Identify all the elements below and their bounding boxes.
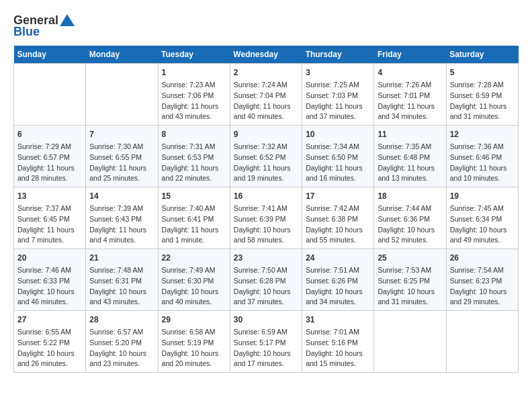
calendar-cell: 5Sunrise: 7:28 AMSunset: 6:59 PMDaylight… bbox=[446, 64, 518, 126]
day-number: 28 bbox=[89, 314, 154, 326]
day-info: Sunrise: 7:35 AMSunset: 6:48 PMDaylight:… bbox=[378, 142, 442, 184]
calendar-cell: 20Sunrise: 7:46 AMSunset: 6:33 PMDayligh… bbox=[14, 249, 86, 311]
day-number: 3 bbox=[306, 66, 370, 79]
calendar-cell: 2Sunrise: 7:24 AMSunset: 7:04 PMDaylight… bbox=[230, 64, 302, 126]
day-info: Sunrise: 7:37 AMSunset: 6:45 PMDaylight:… bbox=[17, 203, 82, 246]
calendar-week-4: 20Sunrise: 7:46 AMSunset: 6:33 PMDayligh… bbox=[14, 249, 519, 311]
calendar-cell: 13Sunrise: 7:37 AMSunset: 6:45 PMDayligh… bbox=[14, 187, 86, 249]
day-number: 13 bbox=[17, 190, 82, 202]
day-info: Sunrise: 7:50 AMSunset: 6:28 PMDaylight:… bbox=[234, 265, 298, 308]
day-number: 1 bbox=[162, 66, 226, 79]
calendar-cell: 11Sunrise: 7:35 AMSunset: 6:48 PMDayligh… bbox=[374, 126, 446, 187]
calendar-cell: 4Sunrise: 7:26 AMSunset: 7:01 PMDaylight… bbox=[374, 64, 446, 126]
day-number: 8 bbox=[162, 128, 226, 140]
day-info: Sunrise: 7:31 AMSunset: 6:53 PMDaylight:… bbox=[162, 142, 226, 184]
day-info: Sunrise: 7:23 AMSunset: 7:06 PMDaylight:… bbox=[162, 80, 226, 122]
calendar-cell: 23Sunrise: 7:50 AMSunset: 6:28 PMDayligh… bbox=[230, 249, 302, 311]
day-number: 12 bbox=[450, 128, 515, 140]
calendar-table: SundayMondayTuesdayWednesdayThursdayFrid… bbox=[13, 46, 519, 373]
logo-blue: Blue bbox=[13, 25, 40, 39]
day-info: Sunrise: 7:48 AMSunset: 6:31 PMDaylight:… bbox=[89, 265, 154, 308]
day-info: Sunrise: 7:51 AMSunset: 6:26 PMDaylight:… bbox=[306, 265, 370, 308]
day-number: 14 bbox=[89, 190, 154, 202]
day-number: 23 bbox=[234, 252, 298, 264]
calendar-cell: 3Sunrise: 7:25 AMSunset: 7:03 PMDaylight… bbox=[302, 64, 374, 126]
day-info: Sunrise: 7:25 AMSunset: 7:03 PMDaylight:… bbox=[306, 80, 370, 122]
calendar-cell: 30Sunrise: 6:59 AMSunset: 5:17 PMDayligh… bbox=[230, 311, 302, 373]
calendar-cell: 29Sunrise: 6:58 AMSunset: 5:19 PMDayligh… bbox=[158, 311, 230, 373]
calendar-cell: 17Sunrise: 7:42 AMSunset: 6:38 PMDayligh… bbox=[302, 187, 374, 249]
calendar-cell: 27Sunrise: 6:55 AMSunset: 5:22 PMDayligh… bbox=[14, 311, 86, 373]
day-number: 26 bbox=[450, 252, 515, 264]
day-info: Sunrise: 7:46 AMSunset: 6:33 PMDaylight:… bbox=[17, 265, 82, 308]
calendar-cell: 18Sunrise: 7:44 AMSunset: 6:36 PMDayligh… bbox=[374, 187, 446, 249]
day-info: Sunrise: 7:34 AMSunset: 6:50 PMDaylight:… bbox=[306, 142, 370, 184]
day-number: 18 bbox=[378, 190, 442, 202]
day-number: 20 bbox=[17, 252, 82, 264]
day-number: 15 bbox=[162, 190, 226, 202]
column-header-monday: Monday bbox=[86, 46, 158, 64]
day-info: Sunrise: 6:58 AMSunset: 5:19 PMDaylight:… bbox=[162, 327, 226, 369]
day-number: 17 bbox=[306, 190, 370, 202]
calendar-cell: 24Sunrise: 7:51 AMSunset: 6:26 PMDayligh… bbox=[302, 249, 374, 311]
svg-marker-0 bbox=[60, 14, 75, 26]
calendar-header-row: SundayMondayTuesdayWednesdayThursdayFrid… bbox=[14, 46, 519, 64]
day-number: 4 bbox=[378, 66, 442, 79]
calendar-cell: 26Sunrise: 7:54 AMSunset: 6:23 PMDayligh… bbox=[446, 249, 518, 311]
day-number: 9 bbox=[234, 128, 298, 140]
calendar-cell bbox=[14, 64, 86, 126]
day-number: 16 bbox=[234, 190, 298, 202]
calendar-cell: 21Sunrise: 7:48 AMSunset: 6:31 PMDayligh… bbox=[86, 249, 158, 311]
day-info: Sunrise: 6:59 AMSunset: 5:17 PMDaylight:… bbox=[234, 327, 298, 369]
column-header-sunday: Sunday bbox=[14, 46, 86, 64]
calendar-cell: 14Sunrise: 7:39 AMSunset: 6:43 PMDayligh… bbox=[86, 187, 158, 249]
day-info: Sunrise: 7:39 AMSunset: 6:43 PMDaylight:… bbox=[89, 203, 154, 246]
day-info: Sunrise: 7:26 AMSunset: 7:01 PMDaylight:… bbox=[378, 80, 442, 122]
day-info: Sunrise: 7:40 AMSunset: 6:41 PMDaylight:… bbox=[162, 203, 226, 246]
column-header-thursday: Thursday bbox=[302, 46, 374, 64]
day-info: Sunrise: 7:45 AMSunset: 6:34 PMDaylight:… bbox=[450, 203, 515, 246]
logo: General Blue bbox=[13, 13, 75, 39]
day-info: Sunrise: 7:54 AMSunset: 6:23 PMDaylight:… bbox=[450, 265, 515, 308]
day-number: 5 bbox=[450, 66, 515, 79]
calendar-cell: 16Sunrise: 7:41 AMSunset: 6:39 PMDayligh… bbox=[230, 187, 302, 249]
column-header-saturday: Saturday bbox=[446, 46, 518, 64]
day-info: Sunrise: 7:30 AMSunset: 6:55 PMDaylight:… bbox=[89, 142, 154, 184]
calendar-week-5: 27Sunrise: 6:55 AMSunset: 5:22 PMDayligh… bbox=[14, 311, 519, 373]
day-info: Sunrise: 7:36 AMSunset: 6:46 PMDaylight:… bbox=[450, 142, 515, 184]
column-header-tuesday: Tuesday bbox=[158, 46, 230, 64]
calendar-week-1: 1Sunrise: 7:23 AMSunset: 7:06 PMDaylight… bbox=[14, 64, 519, 126]
calendar-cell: 19Sunrise: 7:45 AMSunset: 6:34 PMDayligh… bbox=[446, 187, 518, 249]
calendar-cell bbox=[374, 311, 446, 373]
day-info: Sunrise: 7:24 AMSunset: 7:04 PMDaylight:… bbox=[234, 80, 298, 122]
day-number: 2 bbox=[234, 66, 298, 79]
day-info: Sunrise: 7:44 AMSunset: 6:36 PMDaylight:… bbox=[378, 203, 442, 246]
calendar-cell: 25Sunrise: 7:53 AMSunset: 6:25 PMDayligh… bbox=[374, 249, 446, 311]
calendar-cell: 6Sunrise: 7:29 AMSunset: 6:57 PMDaylight… bbox=[14, 126, 86, 187]
day-info: Sunrise: 6:57 AMSunset: 5:20 PMDaylight:… bbox=[89, 327, 154, 369]
calendar-week-2: 6Sunrise: 7:29 AMSunset: 6:57 PMDaylight… bbox=[14, 126, 519, 187]
calendar-cell bbox=[446, 311, 518, 373]
day-info: Sunrise: 7:49 AMSunset: 6:30 PMDaylight:… bbox=[162, 265, 226, 308]
day-number: 27 bbox=[17, 314, 82, 326]
calendar-cell: 9Sunrise: 7:32 AMSunset: 6:52 PMDaylight… bbox=[230, 126, 302, 187]
calendar-cell: 10Sunrise: 7:34 AMSunset: 6:50 PMDayligh… bbox=[302, 126, 374, 187]
day-number: 29 bbox=[162, 314, 226, 326]
day-info: Sunrise: 7:29 AMSunset: 6:57 PMDaylight:… bbox=[17, 142, 82, 184]
calendar-cell: 22Sunrise: 7:49 AMSunset: 6:30 PMDayligh… bbox=[158, 249, 230, 311]
column-header-friday: Friday bbox=[374, 46, 446, 64]
day-number: 31 bbox=[306, 314, 370, 326]
calendar-week-3: 13Sunrise: 7:37 AMSunset: 6:45 PMDayligh… bbox=[14, 187, 519, 249]
calendar-cell: 15Sunrise: 7:40 AMSunset: 6:41 PMDayligh… bbox=[158, 187, 230, 249]
day-number: 24 bbox=[306, 252, 370, 264]
day-number: 21 bbox=[89, 252, 154, 264]
calendar-cell bbox=[86, 64, 158, 126]
day-number: 7 bbox=[89, 128, 154, 140]
day-number: 22 bbox=[162, 252, 226, 264]
page-header: General Blue bbox=[13, 13, 519, 39]
day-info: Sunrise: 7:32 AMSunset: 6:52 PMDaylight:… bbox=[234, 142, 298, 184]
day-number: 19 bbox=[450, 190, 515, 202]
calendar-cell: 1Sunrise: 7:23 AMSunset: 7:06 PMDaylight… bbox=[158, 64, 230, 126]
day-info: Sunrise: 7:42 AMSunset: 6:38 PMDaylight:… bbox=[306, 203, 370, 246]
calendar-cell: 31Sunrise: 7:01 AMSunset: 5:16 PMDayligh… bbox=[302, 311, 374, 373]
